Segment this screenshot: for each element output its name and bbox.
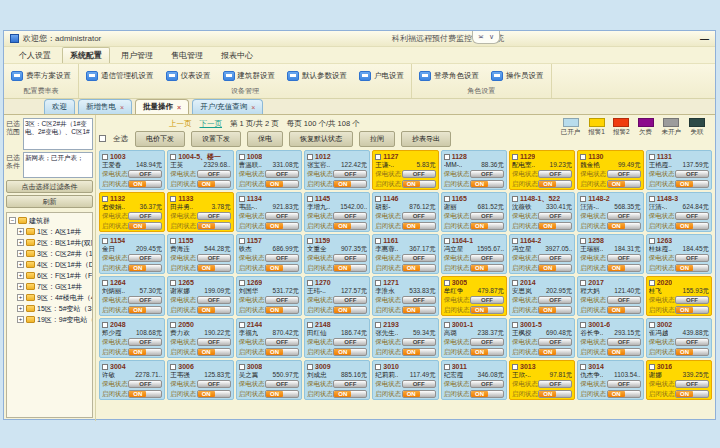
switch-toggle[interactable]: ON (197, 222, 231, 230)
protect-toggle[interactable]: OFF (197, 170, 231, 178)
meter-card-3008[interactable]: 3008吴之翼550.97元保电状态OFF启闭状态ON (236, 360, 302, 400)
card-checkbox[interactable] (102, 154, 108, 160)
protect-toggle[interactable]: OFF (197, 254, 231, 262)
card-checkbox[interactable] (102, 322, 108, 328)
protect-toggle[interactable]: OFF (333, 380, 367, 388)
meter-card-1269[interactable]: 1269刘国华531.72元保电状态OFF启闭状态ON (236, 276, 302, 316)
switch-toggle[interactable]: ON (402, 222, 436, 230)
switch-toggle[interactable]: ON (333, 306, 367, 314)
meter-card-1130[interactable]: 1130魏金艳99.49元保电状态OFF启闭状态ON (577, 150, 643, 190)
tab-欢迎[interactable]: 欢迎 (44, 99, 75, 114)
meter-card-3014[interactable]: 3014仇杰争..1103.54..保电状态OFF启闭状态ON (577, 360, 643, 400)
switch-toggle[interactable]: ON (333, 180, 367, 188)
card-checkbox[interactable] (512, 154, 518, 160)
meter-card-3004[interactable]: 3004许敏2278.71..保电状态OFF启闭状态ON (99, 360, 165, 400)
card-checkbox[interactable] (580, 238, 586, 244)
tab-close-icon[interactable]: × (177, 104, 181, 111)
meter-card-3011[interactable]: 3011纪宏霞346.08元保电状态OFF启闭状态ON (441, 360, 507, 400)
switch-toggle[interactable]: ON (265, 222, 299, 230)
protect-toggle[interactable]: OFF (470, 380, 504, 388)
menu-item-报表中心[interactable]: 报表中心 (214, 48, 260, 63)
switch-toggle[interactable]: ON (538, 306, 572, 314)
switch-toggle[interactable]: ON (675, 264, 709, 272)
meter-card-1131[interactable]: 1131王艳霞..137.59元保电状态OFF启闭状态ON (646, 150, 712, 190)
switch-toggle[interactable]: ON (607, 306, 641, 314)
meter-card-1134[interactable]: 1134韦品-..921.83元保电状态OFF启闭状态ON (236, 192, 302, 232)
switch-toggle[interactable]: ON (197, 306, 231, 314)
tab-新增售电[interactable]: 新增售电× (78, 99, 132, 114)
meter-card-1154[interactable]: 1154金日209.45元保电状态OFF启闭状态ON (99, 234, 165, 274)
card-checkbox[interactable] (375, 364, 381, 370)
meter-card-3009[interactable]: 3009刘成忠885.16元保电状态OFF启闭状态ON (304, 360, 370, 400)
switch-toggle[interactable]: ON (538, 180, 572, 188)
ribbon-button-费率方案设置[interactable]: 费率方案设置 (8, 69, 74, 83)
card-checkbox[interactable] (307, 364, 313, 370)
card-checkbox[interactable] (102, 364, 108, 370)
switch-toggle[interactable]: ON (402, 306, 436, 314)
collapse-icon[interactable]: − (9, 217, 16, 224)
protect-toggle[interactable]: OFF (402, 338, 436, 346)
action-button-拉闸[interactable]: 拉闸 (359, 131, 395, 147)
expand-icon[interactable]: + (17, 261, 24, 268)
meter-card-3013[interactable]: 3013王欣-..97.81元保电状态OFF启闭状态ON (509, 360, 575, 400)
meter-card-2048[interactable]: 2048郑少霞108.68元保电状态OFF启闭状态ON (99, 318, 165, 358)
tree-item[interactable]: +4区：D区1#井（D (9, 259, 90, 270)
switch-toggle[interactable]: ON (265, 180, 299, 188)
card-checkbox[interactable] (512, 280, 518, 286)
action-button-保电[interactable]: 保电 (247, 131, 283, 147)
meter-card-3006[interactable]: 3006王韦强125.83元保电状态OFF启闭状态ON (167, 360, 233, 400)
ribbon-button-户电设置[interactable]: 户电设置 (356, 69, 407, 83)
card-checkbox[interactable] (170, 238, 176, 244)
protect-toggle[interactable]: OFF (538, 296, 572, 304)
switch-toggle[interactable]: ON (402, 180, 436, 188)
protect-toggle[interactable]: OFF (333, 212, 367, 220)
card-checkbox[interactable] (170, 154, 176, 160)
filter-button[interactable]: 点击选择过滤条件 (6, 180, 93, 193)
protect-toggle[interactable]: OFF (128, 212, 162, 220)
card-checkbox[interactable] (102, 280, 108, 286)
card-checkbox[interactable] (375, 196, 381, 202)
tab-批量操作[interactable]: 批量操作× (135, 99, 189, 114)
switch-toggle[interactable]: ON (470, 264, 504, 272)
switch-toggle[interactable]: ON (197, 348, 231, 356)
meter-card-1133[interactable]: 1133田井勇..3.78元保电状态OFF启闭状态ON (167, 192, 233, 232)
refresh-button[interactable]: 刷新 (6, 195, 93, 208)
protect-toggle[interactable]: OFF (402, 212, 436, 220)
protect-toggle[interactable]: OFF (128, 170, 162, 178)
ribbon-button-仪表设置[interactable]: 仪表设置 (163, 69, 214, 83)
card-checkbox[interactable] (512, 196, 518, 202)
protect-toggle[interactable]: OFF (538, 170, 572, 178)
meter-card-1148-3[interactable]: 1148-3汪清-..624.84元保电状态OFF启闭状态ON (646, 192, 712, 232)
card-checkbox[interactable] (580, 322, 586, 328)
ribbon-button-默认参数设置[interactable]: 默认参数设置 (284, 69, 350, 83)
card-checkbox[interactable] (580, 154, 586, 160)
switch-toggle[interactable]: ON (675, 390, 709, 398)
meter-card-1271[interactable]: 1271李淮永533.83元保电状态OFF启闭状态ON (372, 276, 438, 316)
switch-toggle[interactable]: ON (333, 264, 367, 272)
tree-item[interactable]: +6区：F区1#井（F7 (9, 270, 90, 281)
protect-toggle[interactable]: OFF (675, 212, 709, 220)
meter-card-1157[interactable]: 1157铁杰686.99元保电状态OFF启闭状态ON (236, 234, 302, 274)
meter-card-2017[interactable]: 2017程大妈121.40元保电状态OFF启闭状态ON (577, 276, 643, 316)
meter-card-3010[interactable]: 3010纪莉莉..117.49元保电状态OFF启闭状态ON (372, 360, 438, 400)
protect-toggle[interactable]: OFF (402, 296, 436, 304)
protect-toggle[interactable]: OFF (607, 296, 641, 304)
next-page-link[interactable]: 下一页 (200, 119, 223, 129)
expand-icon[interactable]: + (17, 228, 24, 235)
meter-card-1155[interactable]: 1155费海连544.28元保电状态OFF启闭状态ON (167, 234, 233, 274)
menu-item-售电管理[interactable]: 售电管理 (164, 48, 210, 63)
switch-toggle[interactable]: ON (607, 264, 641, 272)
action-button-抄表导出[interactable]: 抄表导出 (401, 131, 451, 147)
protect-toggle[interactable]: OFF (470, 296, 504, 304)
protect-toggle[interactable]: OFF (470, 170, 504, 178)
protect-toggle[interactable]: OFF (265, 170, 299, 178)
meter-card-2144[interactable]: 2144李福九870.42元保电状态OFF启闭状态ON (236, 318, 302, 358)
expand-icon[interactable]: + (17, 272, 24, 279)
protect-toggle[interactable]: OFF (265, 212, 299, 220)
card-checkbox[interactable] (307, 280, 313, 286)
card-checkbox[interactable] (239, 280, 245, 286)
select-all-checkbox[interactable] (99, 135, 106, 142)
protect-toggle[interactable]: OFF (538, 338, 572, 346)
meter-card-1146[interactable]: 1146胡影-876.12元保电状态OFF启闭状态ON (372, 192, 438, 232)
protect-toggle[interactable]: OFF (265, 338, 299, 346)
